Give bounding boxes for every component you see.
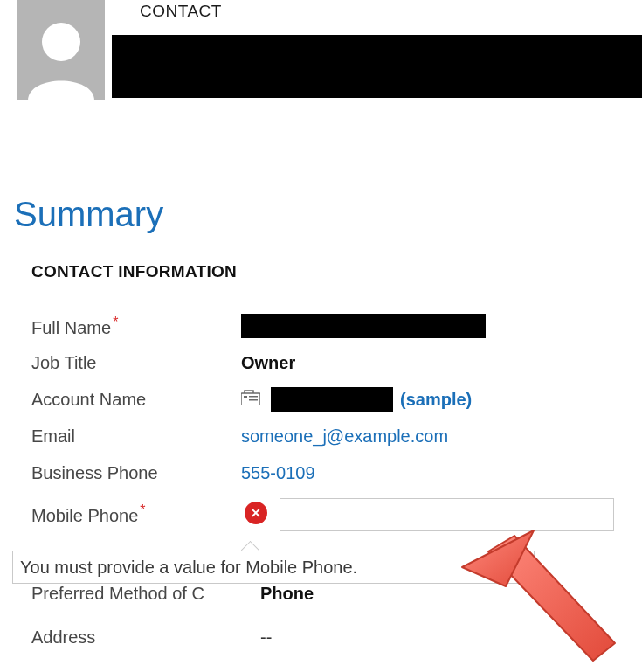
contact-information-heading: CONTACT INFORMATION xyxy=(31,262,628,281)
email-value[interactable]: someone_j@example.com xyxy=(241,426,618,447)
field-preferred-method: Preferred Method of C Phone xyxy=(31,584,625,604)
account-entity-icon xyxy=(241,390,260,410)
required-star-icon: * xyxy=(140,502,145,517)
full-name-value[interactable] xyxy=(241,314,618,338)
full-name-label: Full Name* xyxy=(31,315,241,338)
account-sample-suffix: (sample) xyxy=(400,390,472,410)
field-email: Email someone_j@example.com xyxy=(31,418,618,454)
svg-rect-5 xyxy=(249,399,258,401)
svg-rect-3 xyxy=(244,396,247,398)
account-name-value[interactable]: (sample) xyxy=(241,387,618,412)
address-value[interactable]: -- xyxy=(260,627,272,648)
business-phone-value[interactable]: 555-0109 xyxy=(241,463,618,483)
required-star-icon: * xyxy=(113,315,118,329)
address-label: Address xyxy=(31,627,241,648)
field-address: Address -- xyxy=(31,627,625,648)
field-account-name: Account Name (sample) xyxy=(31,381,618,418)
avatar xyxy=(17,0,105,100)
mobile-phone-input[interactable] xyxy=(280,498,614,531)
job-title-label: Job Title xyxy=(31,353,241,373)
preferred-method-value[interactable]: Phone xyxy=(260,584,314,604)
record-header: CONTACT xyxy=(0,0,642,100)
field-job-title: Job Title Owner xyxy=(31,344,618,381)
redacted-value xyxy=(241,314,486,338)
field-business-phone: Business Phone 555-0109 xyxy=(31,454,618,491)
entity-type-label: CONTACT xyxy=(140,2,222,21)
field-mobile-phone: Mobile Phone* ✕ xyxy=(31,495,618,533)
validation-error-tooltip: You must provide a value for Mobile Phon… xyxy=(12,551,535,584)
job-title-value[interactable]: Owner xyxy=(241,353,618,373)
record-title-redacted xyxy=(112,35,642,98)
business-phone-label: Business Phone xyxy=(31,463,241,483)
svg-rect-4 xyxy=(249,396,258,398)
avatar-placeholder-icon xyxy=(17,0,105,100)
preferred-method-label: Preferred Method of C xyxy=(31,584,241,604)
field-full-name: Full Name* xyxy=(31,308,618,344)
error-icon: ✕ xyxy=(245,502,267,524)
email-label: Email xyxy=(31,426,241,447)
mobile-phone-label: Mobile Phone* xyxy=(31,502,241,526)
redacted-value xyxy=(271,387,393,412)
summary-tab-heading[interactable]: Summary xyxy=(14,195,628,234)
svg-point-1 xyxy=(42,23,80,61)
account-name-label: Account Name xyxy=(31,390,241,410)
